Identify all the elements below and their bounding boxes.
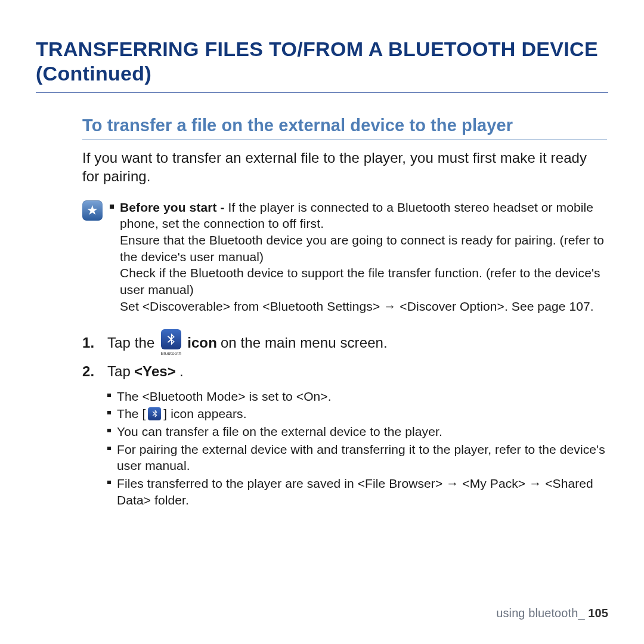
sub-bullet-2-text-a: The [	[117, 405, 145, 422]
note-line-1: Before you start - If the player is conn…	[110, 199, 607, 315]
step-1: 1. Tap the Bluetooth icon on the main me…	[82, 329, 607, 357]
sub-bullet-1-text: The <Bluetooth Mode> is set to <On>.	[117, 388, 607, 405]
note-text: Before you start - If the player is conn…	[110, 199, 607, 315]
page-footer: using bluetooth_ 105	[496, 606, 608, 620]
sub-bullet-5-text: Files transferred to the player are save…	[117, 475, 607, 508]
sub-bullet-4: For pairing the external device with and…	[107, 441, 607, 474]
bluetooth-glyph	[150, 409, 159, 418]
note-box: ★ Before you start - If the player is co…	[82, 199, 607, 315]
content-block: To transfer a file on the external devic…	[36, 114, 608, 509]
sub-bullet-3: You can transfer a file on the external …	[107, 423, 607, 440]
sub-bullet-list: The <Bluetooth Mode> is set to <On>. The…	[107, 388, 607, 509]
manual-page: TRANSFERRING FILES TO/FROM A BLUETOOTH D…	[0, 0, 644, 644]
sub-bullet-2-text-b: ] icon appears.	[163, 405, 246, 422]
sub-bullet-3-text: You can transfer a file on the external …	[117, 423, 607, 440]
sub-bullet-1: The <Bluetooth Mode> is set to <On>.	[107, 388, 607, 405]
sub-bullet-4-text: For pairing the external device with and…	[117, 441, 607, 474]
star-glyph: ★	[86, 204, 98, 217]
steps-list: 1. Tap the Bluetooth icon on the main me…	[82, 329, 607, 382]
note-star-icon: ★	[82, 200, 103, 221]
step-1-number: 1.	[82, 332, 98, 354]
note-line-2-text: Ensure that the Bluetooth device you are…	[120, 232, 607, 265]
square-bullet-icon	[107, 429, 111, 432]
footer-label: using bluetooth_	[496, 606, 588, 620]
step-1-text-b: icon	[187, 332, 217, 354]
sub-bullet-2: The [ ] icon appears.	[107, 405, 607, 422]
bluetooth-menu-icon: Bluetooth	[160, 329, 181, 357]
bluetooth-icon	[161, 329, 181, 349]
square-bullet-icon	[107, 481, 111, 484]
step-2-text-a: Tap	[107, 361, 131, 382]
step-2-text-c: .	[179, 361, 184, 382]
step-2-text-b: <Yes>	[134, 361, 176, 382]
intro-paragraph: If you want to transfer an external file…	[82, 148, 607, 185]
bluetooth-caption: Bluetooth	[160, 350, 181, 357]
square-bullet-icon	[107, 411, 111, 414]
step-2: 2. Tap <Yes>.	[82, 361, 607, 382]
page-title: TRANSFERRING FILES TO/FROM A BLUETOOTH D…	[36, 37, 608, 93]
footer-page-number: 105	[588, 606, 608, 620]
square-bullet-icon	[110, 205, 114, 209]
step-2-number: 2.	[82, 361, 98, 382]
before-you-start-label: Before you start -	[120, 200, 228, 214]
square-bullet-icon	[107, 394, 111, 397]
step-1-text-c: on the main menu screen.	[221, 332, 388, 354]
section-subheading: To transfer a file on the external devic…	[82, 114, 607, 140]
bluetooth-status-icon	[148, 407, 161, 420]
step-1-text-a: Tap the	[107, 332, 154, 354]
square-bullet-icon	[107, 447, 111, 450]
note-line-4-text: Set <Discoverable> from <Bluetooth Setti…	[120, 298, 607, 315]
note-line-3-text: Check if the Bluetooth device to support…	[120, 265, 607, 298]
sub-bullet-5: Files transferred to the player are save…	[107, 475, 607, 508]
bluetooth-glyph	[164, 332, 178, 346]
